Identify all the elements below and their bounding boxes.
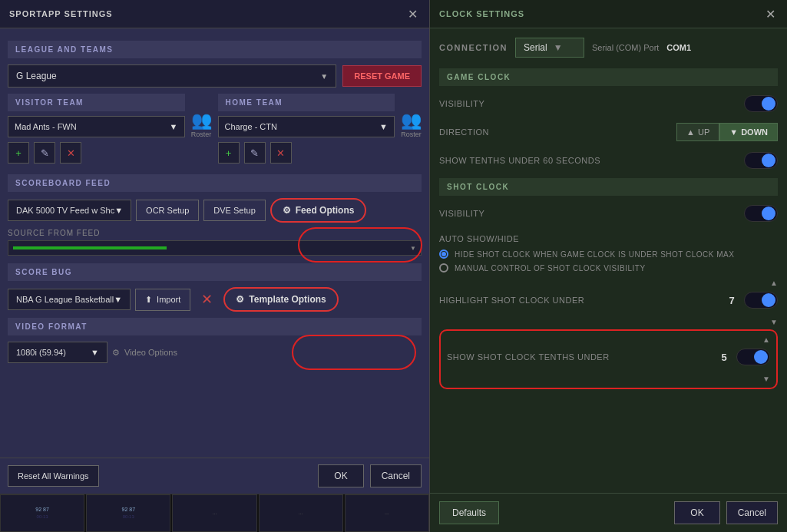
- left-ok-button[interactable]: OK: [318, 464, 363, 487]
- highlight-label: HIGHLIGHT SHOT CLOCK UNDER: [439, 296, 584, 305]
- thumbnail-1[interactable]: 92 8700:13: [0, 494, 84, 532]
- radio-manual-control[interactable]: [439, 263, 448, 273]
- com-port-label: Serial (COM) Port: [592, 43, 659, 52]
- game-clock-visibility-label: VISIBILITY: [439, 99, 484, 108]
- home-delete-button[interactable]: ✕: [270, 142, 292, 164]
- league-chevron-icon: ▼: [320, 72, 328, 81]
- source-dropdown-arrow-icon: ▼: [410, 245, 416, 252]
- home-roster-button[interactable]: 👥 Roster: [401, 94, 422, 168]
- video-format-chevron-icon: ▼: [91, 348, 99, 357]
- radio-row-2: MANUAL CONTROL OF SHOT CLOCK VISIBILITY: [439, 263, 778, 273]
- visitor-delete-button[interactable]: ✕: [60, 142, 81, 164]
- clock-ok-button[interactable]: OK: [674, 501, 719, 524]
- highlight-row: HIGHLIGHT SHOT CLOCK UNDER 7: [439, 290, 778, 310]
- right-panel: CLOCK SETTINGS ✕ CONNECTION Serial ▼ Ser…: [430, 0, 787, 532]
- thumbnail-3[interactable]: ...: [172, 494, 256, 532]
- tenths-up-arrow-icon[interactable]: ▲: [762, 335, 770, 344]
- connection-type-dropdown[interactable]: Serial ▼: [515, 38, 584, 58]
- home-edit-button[interactable]: ✎: [244, 142, 266, 164]
- tenths-thumb: [754, 350, 768, 364]
- visitor-actions-row: + ✎ ✕: [8, 142, 185, 164]
- league-dropdown[interactable]: G League ▼: [8, 64, 336, 88]
- connection-chevron-icon: ▼: [554, 42, 563, 53]
- feed-dropdown[interactable]: DAK 5000 TV Feed w Shc ▼: [8, 200, 131, 221]
- left-close-button[interactable]: ✕: [405, 6, 420, 21]
- feed-chevron-icon: ▼: [114, 206, 123, 215]
- clock-cancel-button[interactable]: Cancel: [726, 501, 778, 524]
- game-clock-visibility-thumb: [762, 97, 775, 111]
- score-bug-delete-button[interactable]: ✕: [195, 288, 219, 311]
- visitor-roster-button[interactable]: 👥 Roster: [191, 94, 212, 168]
- ocr-setup-button[interactable]: OCR Setup: [136, 200, 199, 221]
- direction-down-button[interactable]: ▼ DOWN: [719, 123, 778, 141]
- shot-clock-tenths-section: ▲ SHOW SHOT CLOCK TENTHS UNDER 5 ▼: [439, 329, 778, 389]
- game-clock-visibility-toggle[interactable]: [744, 95, 778, 112]
- highlight-thumb: [762, 293, 775, 307]
- shot-clock-visibility-row: VISIBILITY: [439, 203, 778, 223]
- visitor-team-column: VISITOR TEAM Mad Ants - FWN ▼ + ✎ ✕: [8, 94, 185, 168]
- thumbnail-5[interactable]: ...: [345, 494, 429, 532]
- home-actions-row: + ✎ ✕: [218, 142, 395, 164]
- feed-options-button[interactable]: ⚙ Feed Options: [270, 198, 367, 223]
- auto-show-hide-label-row: AUTO SHOW/HIDE: [439, 231, 778, 245]
- reset-game-button[interactable]: Reset Game: [342, 65, 422, 87]
- highlight-spinner: 7: [724, 292, 778, 309]
- home-team-row: Charge - CTN ▼: [218, 116, 395, 137]
- tenths-down-arrow-icon[interactable]: ▼: [762, 375, 770, 383]
- highlight-toggle[interactable]: [744, 292, 778, 309]
- video-format-row: 1080i (59.94) ▼ ⚙ Video Options: [8, 342, 422, 363]
- clock-title-bar: CLOCK SETTINGS ✕: [430, 0, 787, 28]
- score-bug-dropdown[interactable]: NBA G League Basketball ▼: [8, 289, 131, 310]
- league-section-header: LEAGUE AND TEAMS: [8, 41, 422, 58]
- radio-hide-label: HIDE SHOT CLOCK WHEN GAME CLOCK IS UNDER…: [455, 250, 734, 259]
- sliders-icon: ⚙: [283, 205, 291, 216]
- highlight-spinner-down-area: ▼: [439, 318, 778, 326]
- left-cancel-button[interactable]: Cancel: [370, 464, 422, 487]
- clock-close-button[interactable]: ✕: [762, 6, 778, 21]
- home-team-column: HOME TEAM Charge - CTN ▼ + ✎ ✕: [218, 94, 395, 168]
- highlight-up-arrow-icon[interactable]: ▲: [770, 279, 778, 287]
- template-options-button[interactable]: ⚙ Template Options: [223, 287, 338, 312]
- tenths-spinner-up-area: ▲: [447, 335, 770, 344]
- home-chevron-icon: ▼: [379, 122, 388, 131]
- defaults-button[interactable]: Defaults: [439, 501, 499, 524]
- reset-warnings-button[interactable]: Reset All Warnings: [8, 465, 99, 487]
- import-button[interactable]: ⬆ Import: [135, 289, 190, 311]
- source-bar[interactable]: ▼: [8, 240, 422, 256]
- down-arrow-icon: ▼: [729, 127, 738, 137]
- visitor-add-button[interactable]: +: [8, 142, 29, 164]
- thumbnail-bar: 92 8700:13 92 8700:13 ... ... ...: [0, 494, 429, 532]
- tenths-spinner: 5: [716, 349, 770, 365]
- dve-setup-button[interactable]: DVE Setup: [203, 200, 265, 221]
- thumbnail-4[interactable]: ...: [259, 494, 343, 532]
- game-clock-tenths-row: SHOW TENTHS UNDER 60 SECONDS: [439, 150, 778, 170]
- game-clock-header: GAME CLOCK: [439, 68, 778, 86]
- league-row: G League ▼ Reset Game: [8, 64, 422, 88]
- left-bottom-bar: Reset All Warnings OK Cancel: [0, 458, 429, 494]
- game-clock-tenths-toggle[interactable]: [744, 152, 778, 169]
- import-icon: ⬆: [145, 295, 152, 305]
- video-options-button[interactable]: ⚙ Video Options: [112, 348, 177, 358]
- highlight-down-arrow-icon[interactable]: ▼: [770, 318, 778, 326]
- visitor-team-header: VISITOR TEAM: [8, 94, 185, 111]
- direction-button-group: ▲ UP ▼ DOWN: [676, 123, 778, 141]
- shot-clock-visibility-toggle[interactable]: [744, 205, 778, 222]
- visitor-edit-button[interactable]: ✎: [34, 142, 55, 164]
- tenths-toggle[interactable]: [736, 349, 770, 365]
- auto-show-hide-label: AUTO SHOW/HIDE: [439, 234, 519, 243]
- clock-panel-title: CLOCK SETTINGS: [439, 9, 524, 18]
- clock-bottom-right: OK Cancel: [674, 501, 778, 524]
- source-green-bar: [13, 246, 167, 249]
- home-team-dropdown[interactable]: Charge - CTN ▼: [218, 116, 395, 137]
- radio-hide-shot-clock[interactable]: [439, 249, 448, 259]
- video-format-dropdown[interactable]: 1080i (59.94) ▼: [8, 342, 107, 363]
- direction-up-button[interactable]: ▲ UP: [676, 123, 719, 141]
- home-add-button[interactable]: +: [218, 142, 240, 164]
- template-sliders-icon: ⚙: [236, 294, 244, 305]
- com-port-value: COM1: [666, 43, 691, 52]
- shot-clock-visibility-label: VISIBILITY: [439, 209, 484, 218]
- up-arrow-icon: ▲: [686, 127, 695, 137]
- radio-row-1: HIDE SHOT CLOCK WHEN GAME CLOCK IS UNDER…: [439, 249, 778, 259]
- visitor-team-dropdown[interactable]: Mad Ants - FWN ▼: [8, 116, 185, 137]
- thumbnail-2[interactable]: 92 8700:13: [86, 494, 170, 532]
